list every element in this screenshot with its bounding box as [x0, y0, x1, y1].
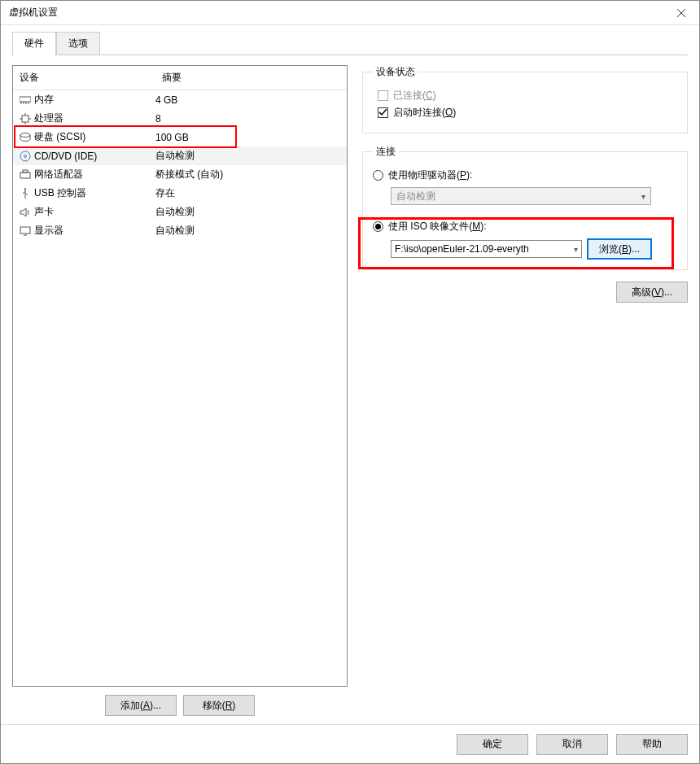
memory-icon: [18, 95, 33, 105]
browse-button[interactable]: 浏览(B)...: [587, 238, 652, 260]
svg-point-12: [20, 133, 30, 137]
device-name: 硬盘 (SCSI): [33, 130, 155, 144]
cpu-icon: [18, 113, 33, 124]
radio-icon: [373, 221, 383, 232]
device-summary: 8: [155, 113, 342, 124]
device-row-cpu[interactable]: 处理器8: [13, 109, 347, 128]
device-name: USB 控制器: [33, 186, 155, 200]
advanced-row: 高级(V)...: [362, 282, 688, 303]
device-summary: 自动检测: [155, 205, 342, 219]
radio-physical-drive[interactable]: 使用物理驱动器(P):: [373, 168, 677, 182]
chevron-down-icon: ▾: [641, 192, 645, 201]
usb-icon: [18, 188, 33, 199]
device-name: 网络适配器: [33, 168, 155, 181]
device-summary: 桥接模式 (自动): [155, 168, 342, 181]
tabs: 硬件 选项: [12, 32, 688, 55]
device-row-display[interactable]: 显示器自动检测: [13, 221, 347, 240]
tab-options[interactable]: 选项: [56, 32, 100, 55]
checkbox-icon: [378, 90, 388, 101]
iso-row: F:\iso\openEuler-21.09-everyth ▾ 浏览(B)..…: [391, 238, 677, 260]
content-area: 硬件 选项 设备 摘要 内存4 GB处理器8硬盘 (SCSI)100 GBCD/…: [1, 25, 699, 724]
svg-point-13: [20, 151, 30, 161]
right-column: 设备状态 已连接(C) 启动时连接(O) 连接: [348, 65, 688, 716]
device-row-usb[interactable]: USB 控制器存在: [13, 184, 347, 203]
svg-point-14: [24, 155, 27, 157]
device-summary: 自动检测: [155, 149, 342, 163]
checkbox-icon: [378, 107, 388, 118]
radio-iso-file[interactable]: 使用 ISO 映像文件(M):: [373, 220, 677, 234]
close-button[interactable]: [663, 1, 699, 25]
device-name: 处理器: [33, 111, 155, 125]
connection-legend: 连接: [373, 145, 399, 159]
device-list: 设备 摘要 内存4 GB处理器8硬盘 (SCSI)100 GBCD/DVD (I…: [12, 65, 348, 687]
physical-drive-combo: 自动检测 ▾: [391, 187, 651, 205]
svg-rect-7: [22, 116, 28, 122]
device-buttons: 添加(A)... 移除(R): [12, 695, 348, 716]
tab-hardware[interactable]: 硬件: [12, 32, 56, 55]
connect-on-power-label: 启动时连接(O): [393, 106, 456, 120]
device-row-memory[interactable]: 内存4 GB: [13, 90, 347, 109]
iso-path-combo[interactable]: F:\iso\openEuler-21.09-everyth ▾: [391, 240, 582, 258]
disk-icon: [18, 132, 33, 143]
device-name: 内存: [33, 93, 155, 107]
radio-iso-label: 使用 ISO 映像文件(M):: [388, 220, 487, 234]
dialog-button-bar: 确定 取消 帮助: [1, 724, 699, 763]
cd-icon: [18, 151, 33, 162]
connected-label: 已连接(C): [393, 89, 436, 103]
column-header-device[interactable]: 设备: [13, 66, 155, 89]
cancel-button[interactable]: 取消: [536, 734, 608, 755]
device-list-header: 设备 摘要: [13, 66, 347, 90]
add-button[interactable]: 添加(A)...: [105, 695, 177, 716]
svg-point-17: [24, 188, 26, 190]
svg-rect-15: [20, 172, 30, 178]
iso-path-value: F:\iso\openEuler-21.09-everyth: [395, 243, 529, 255]
remove-button[interactable]: 移除(R): [183, 695, 255, 716]
device-name: 声卡: [33, 205, 155, 219]
check-icon: [378, 108, 387, 117]
connected-checkbox: 已连接(C): [378, 89, 677, 103]
vm-settings-window: 虚拟机设置 硬件 选项 设备 摘要 内存4 GB处理器8硬盘 (SCSI)100…: [0, 0, 700, 764]
device-list-rows: 内存4 GB处理器8硬盘 (SCSI)100 GBCD/DVD (IDE)自动检…: [13, 90, 347, 686]
device-summary: 4 GB: [155, 94, 342, 106]
network-icon: [18, 169, 33, 181]
device-status-group: 设备状态 已连接(C) 启动时连接(O): [362, 65, 688, 133]
advanced-button[interactable]: 高级(V)...: [616, 282, 688, 303]
tab-body: 设备 摘要 内存4 GB处理器8硬盘 (SCSI)100 GBCD/DVD (I…: [12, 55, 688, 716]
svg-rect-18: [20, 227, 30, 234]
device-row-network[interactable]: 网络适配器桥接模式 (自动): [13, 165, 347, 184]
display-icon: [18, 225, 33, 237]
column-header-summary[interactable]: 摘要: [155, 66, 347, 89]
close-icon: [677, 9, 685, 17]
device-summary: 100 GB: [155, 132, 342, 143]
device-row-disk[interactable]: 硬盘 (SCSI)100 GB: [13, 128, 347, 146]
svg-rect-16: [23, 170, 28, 172]
device-row-sound[interactable]: 声卡自动检测: [13, 203, 347, 221]
device-name: CD/DVD (IDE): [33, 151, 155, 162]
titlebar: 虚拟机设置: [1, 1, 699, 25]
radio-icon: [373, 170, 383, 181]
chevron-down-icon: ▾: [574, 245, 578, 254]
device-summary: 自动检测: [155, 224, 342, 238]
window-title: 虚拟机设置: [9, 6, 663, 20]
left-column: 设备 摘要 内存4 GB处理器8硬盘 (SCSI)100 GBCD/DVD (I…: [12, 65, 348, 716]
sound-icon: [18, 207, 33, 218]
physical-drive-value: 自动检测: [396, 190, 435, 203]
svg-rect-2: [20, 97, 31, 102]
device-row-cd[interactable]: CD/DVD (IDE)自动检测: [13, 146, 347, 165]
help-button[interactable]: 帮助: [616, 734, 688, 755]
device-name: 显示器: [33, 224, 155, 238]
ok-button[interactable]: 确定: [457, 734, 528, 755]
connection-group: 连接 使用物理驱动器(P): 自动检测 ▾ 使用 ISO 映像文件(M):: [362, 145, 688, 270]
radio-physical-label: 使用物理驱动器(P):: [388, 168, 472, 182]
connect-on-power-checkbox[interactable]: 启动时连接(O): [378, 106, 677, 120]
device-status-legend: 设备状态: [373, 65, 418, 79]
device-summary: 存在: [155, 186, 342, 200]
